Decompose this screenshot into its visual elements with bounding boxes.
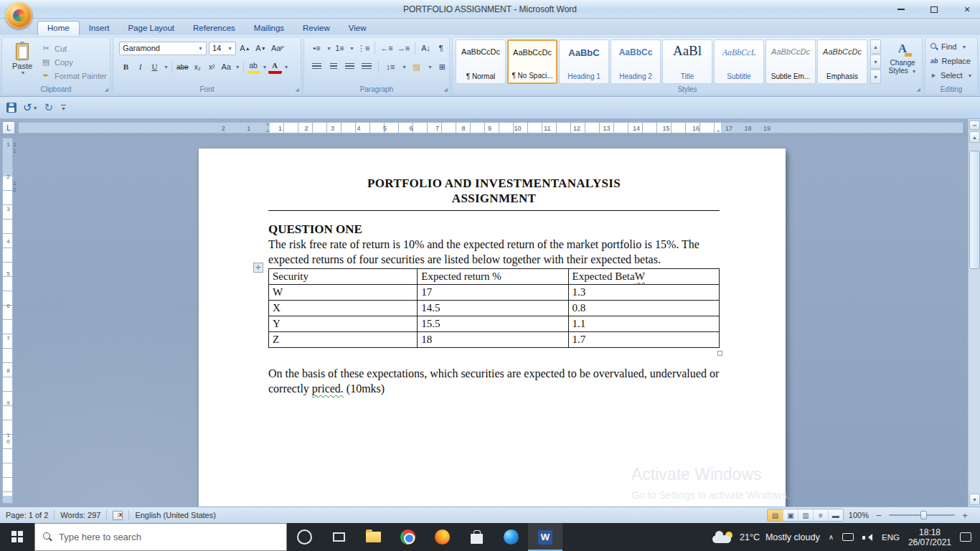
subscript-button[interactable]: x₂ xyxy=(191,60,204,74)
bullets-button[interactable]: •≡ xyxy=(310,41,324,55)
start-button[interactable] xyxy=(0,523,34,551)
gallery-scroll-up-button[interactable]: ▲ xyxy=(870,39,881,54)
outline-view-button[interactable]: ≡ xyxy=(813,509,828,521)
font-color-button[interactable]: A xyxy=(268,60,282,74)
taskbar-clock[interactable]: 18:18 26/07/2021 xyxy=(908,527,951,547)
style-no-spacing[interactable]: AaBbCcDc¶ No Spaci... xyxy=(507,39,557,84)
bullets-dropdown-arrow[interactable]: ▼ xyxy=(326,46,331,51)
highlight-dropdown-arrow[interactable]: ▼ xyxy=(263,65,268,70)
style-heading-1[interactable]: AaBbCHeading 1 xyxy=(559,39,609,84)
redo-button[interactable]: ↻ xyxy=(44,101,54,114)
table-resize-handle[interactable] xyxy=(717,351,722,356)
clear-formatting-button[interactable]: Aa◤ xyxy=(270,41,286,55)
line-spacing-dropdown-arrow[interactable]: ▼ xyxy=(402,65,407,70)
view-ruler-toggle-button[interactable]: ═ xyxy=(969,121,980,130)
scrollbar-thumb[interactable] xyxy=(969,151,980,269)
strikethrough-button[interactable]: abe xyxy=(175,60,190,74)
gallery-scroll-down-button[interactable]: ▼ xyxy=(870,55,881,69)
format-painter-button[interactable]: ✒Format Painter xyxy=(41,69,107,83)
font-size-select[interactable]: 14▼ xyxy=(209,42,236,55)
zoom-in-button[interactable]: + xyxy=(960,510,970,521)
minimize-button[interactable] xyxy=(895,4,907,15)
store-button[interactable] xyxy=(459,523,494,551)
office-button[interactable] xyxy=(6,2,32,29)
word-count[interactable]: Words: 297 xyxy=(60,511,100,519)
maximize-button[interactable] xyxy=(928,4,940,15)
undo-dropdown-arrow[interactable]: ▼ xyxy=(33,105,38,110)
sort-button[interactable]: A↓ xyxy=(419,41,433,55)
line-spacing-button[interactable]: ↕≡ xyxy=(384,60,397,74)
gallery-expand-button[interactable]: ▼ xyxy=(870,70,881,84)
tab-home[interactable]: Home xyxy=(37,21,80,35)
hanging-indent-marker[interactable]: ▵ xyxy=(266,128,269,133)
style-normal[interactable]: AaBbCcDc¶ Normal xyxy=(456,39,506,84)
change-case-button[interactable]: Aa xyxy=(220,60,233,74)
shading-button[interactable]: ▨ xyxy=(410,60,423,74)
shading-dropdown-arrow[interactable]: ▼ xyxy=(428,65,433,70)
paste-button[interactable]: Paste ▼ xyxy=(7,40,37,85)
taskbar-search[interactable] xyxy=(34,523,287,551)
proofing-errors-icon[interactable] xyxy=(113,511,123,520)
close-button[interactable]: × xyxy=(961,4,973,15)
file-explorer-button[interactable] xyxy=(356,523,390,551)
numbering-dropdown-arrow[interactable]: ▼ xyxy=(349,46,354,51)
word-taskbar-button[interactable]: W xyxy=(528,523,562,551)
tab-stop-selector[interactable]: L xyxy=(2,121,15,134)
cut-button[interactable]: ✂Cut xyxy=(41,42,107,55)
tab-insert[interactable]: Insert xyxy=(80,21,119,35)
weather-widget[interactable]: 21°C Mostly cloudy xyxy=(712,532,820,543)
replace-button[interactable]: abReplace xyxy=(930,57,971,65)
tab-page-layout[interactable]: Page Layout xyxy=(118,21,184,35)
scroll-up-button[interactable]: ▲ xyxy=(969,131,980,143)
style-emphasis[interactable]: AaBbCcDcEmphasis xyxy=(817,39,867,84)
customize-qat-button[interactable]: ▼ xyxy=(61,105,66,111)
web-layout-view-button[interactable]: ▥ xyxy=(798,509,813,521)
document-content[interactable]: PORTFOLIO AND INVESTMENTANALYSIS ASSIGNM… xyxy=(268,176,720,396)
action-center-icon[interactable] xyxy=(960,532,971,542)
shrink-font-button[interactable]: A▼ xyxy=(254,41,268,55)
grow-font-button[interactable]: A▲ xyxy=(238,41,252,55)
change-case-dropdown-arrow[interactable]: ▼ xyxy=(235,65,240,70)
undo-button[interactable]: ↺▼ xyxy=(23,101,38,114)
table-move-handle[interactable]: ✛ xyxy=(253,263,263,273)
text-highlight-button[interactable]: ab xyxy=(247,60,260,74)
style-title[interactable]: AaBlTitle xyxy=(662,39,712,84)
input-language[interactable]: ENG xyxy=(882,533,900,542)
tab-mailings[interactable]: Mailings xyxy=(245,21,293,35)
zoom-level[interactable]: 100% xyxy=(849,511,869,519)
edge-button[interactable] xyxy=(494,523,528,551)
chrome-button[interactable] xyxy=(390,523,425,551)
zoom-slider[interactable] xyxy=(889,514,955,516)
search-input[interactable] xyxy=(59,532,260,542)
justify-button[interactable] xyxy=(359,60,373,74)
copy-button[interactable]: ▤Copy xyxy=(41,55,107,69)
bold-button[interactable]: B xyxy=(119,60,133,74)
show-hide-marks-button[interactable]: ¶ xyxy=(434,41,448,55)
save-button[interactable] xyxy=(6,103,17,113)
find-button[interactable]: Find▼ xyxy=(930,42,966,51)
superscript-button[interactable]: x² xyxy=(205,60,219,74)
increase-indent-button[interactable]: →≡ xyxy=(396,41,411,55)
paste-dropdown-arrow[interactable]: ▼ xyxy=(9,70,37,75)
horizontal-ruler[interactable]: 2 1 1 2 3 4 5 6 7 8 9 10 11 12 13 14 15 … xyxy=(18,122,963,133)
font-name-select[interactable]: Garamond▼ xyxy=(119,42,207,55)
language-indicator[interactable]: English (United States) xyxy=(135,511,216,519)
hidden-icons-button[interactable]: ∧ xyxy=(829,533,834,541)
firefox-button[interactable] xyxy=(425,523,459,551)
touch-keyboard-icon[interactable] xyxy=(842,533,854,541)
scroll-down-button[interactable]: ▼ xyxy=(969,494,980,505)
draft-view-button[interactable]: ▬ xyxy=(828,509,843,521)
zoom-out-button[interactable]: − xyxy=(874,510,884,521)
tab-references[interactable]: References xyxy=(184,21,245,35)
select-button[interactable]: ►Select▼ xyxy=(930,71,972,80)
zoom-slider-thumb[interactable] xyxy=(920,511,927,519)
numbering-button[interactable]: 1≡ xyxy=(333,41,347,55)
borders-button[interactable]: ⊞ xyxy=(435,60,449,74)
italic-button[interactable]: I xyxy=(133,60,147,74)
cortana-button[interactable] xyxy=(287,523,321,551)
vertical-ruler[interactable]: 1 2 3 4 5 6 7 8 9 10 11 12 xyxy=(2,138,13,504)
style-subtle-emphasis[interactable]: AaBbCcDcSubtle Em... xyxy=(765,39,816,84)
underline-dropdown-arrow[interactable]: ▼ xyxy=(164,65,169,70)
document-page[interactable]: PORTFOLIO AND INVESTMENTANALYSIS ASSIGNM… xyxy=(199,149,786,507)
volume-icon[interactable] xyxy=(862,533,873,542)
